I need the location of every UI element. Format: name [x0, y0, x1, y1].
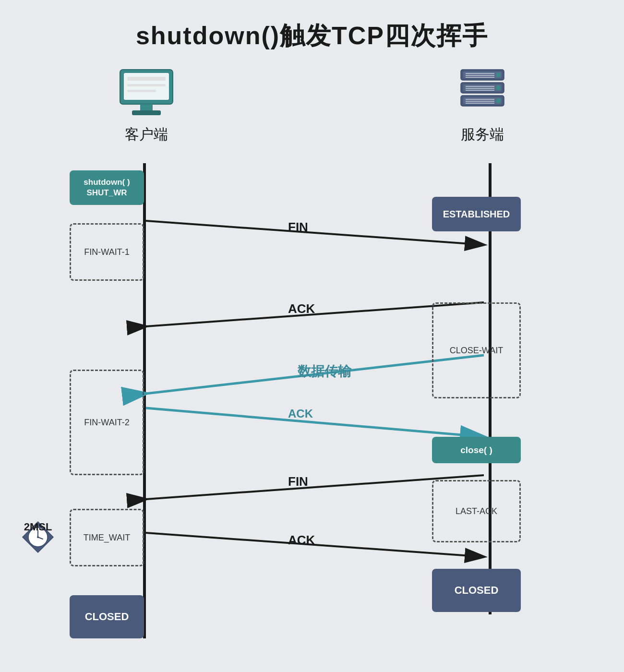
server-icon: [456, 67, 509, 120]
time-wait-box: TIME_WAIT: [70, 509, 144, 566]
last-ack-box: LAST-ACK: [432, 480, 521, 542]
fin1-label: FIN: [288, 220, 308, 235]
timer-group: 2MSL: [22, 521, 54, 553]
close-fn-box: close( ): [432, 437, 521, 463]
svg-rect-5: [127, 84, 166, 86]
page-title: shutdown()触发TCP四次挥手: [0, 0, 624, 53]
closed-client-box: CLOSED: [70, 595, 144, 638]
ack1-label: ACK: [288, 301, 315, 316]
timer-label: 2MSL: [24, 521, 52, 533]
shutdown-box: shutdown( ) SHUT_WR: [70, 170, 144, 205]
diagram: FIN ACK 数据传输 ACK FIN ACK shutdown( ) SHU…: [0, 139, 624, 672]
established-box: ESTABLISHED: [432, 197, 521, 231]
close-wait-box: CLOSE-WAIT: [432, 302, 521, 398]
svg-line-32: [146, 408, 484, 437]
fin-wait-2-box: FIN-WAIT-2: [70, 370, 144, 475]
fin2-label: FIN: [288, 474, 308, 489]
svg-rect-3: [132, 110, 161, 115]
closed-server-box: CLOSED: [432, 569, 521, 612]
icons-row: 客户端: [0, 67, 624, 144]
svg-rect-4: [127, 77, 166, 81]
fin-wait-1-box: FIN-WAIT-1: [70, 223, 144, 281]
svg-point-23: [496, 85, 501, 90]
computer-icon: [115, 67, 178, 120]
svg-point-24: [496, 98, 501, 103]
page: shutdown()触发TCP四次挥手 客户端: [0, 0, 624, 672]
ack3-label: ACK: [288, 533, 315, 548]
svg-point-22: [496, 72, 501, 77]
client-icon-group: 客户端: [115, 67, 178, 144]
server-icon-group: 服务端: [456, 67, 509, 144]
ack2-label: ACK: [288, 407, 313, 420]
data-label: 数据传输: [298, 362, 351, 381]
svg-rect-6: [127, 90, 156, 92]
